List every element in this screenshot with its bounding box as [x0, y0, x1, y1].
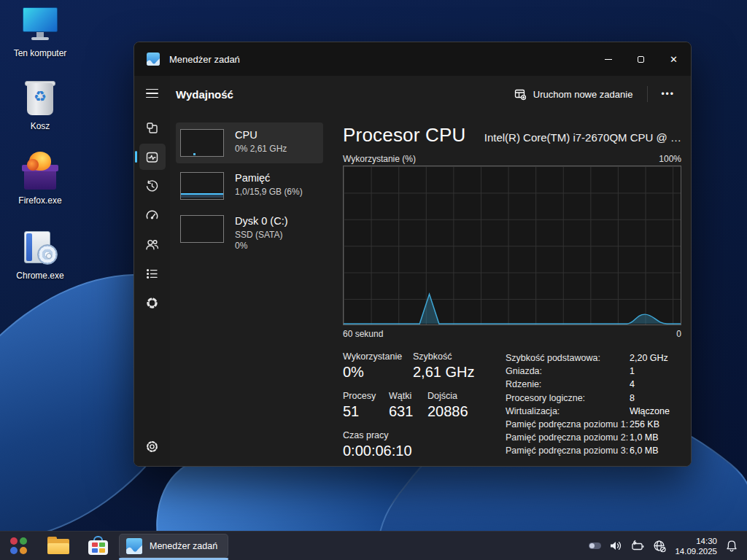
- start-button[interactable]: [9, 537, 28, 556]
- close-button[interactable]: ✕: [657, 43, 690, 75]
- users-icon: [145, 238, 159, 252]
- stat-uptime: Czas pracy 0:00:06:10: [343, 430, 412, 459]
- details-icon: [145, 267, 159, 281]
- taskbar-clock[interactable]: 14:30 14.09.2025: [675, 536, 717, 556]
- desktop-icon-firefox[interactable]: Firefox.exe: [5, 153, 75, 206]
- sidebar-item-performance[interactable]: [139, 144, 166, 170]
- metric-name: CPU: [235, 129, 287, 141]
- nav-toggle-button[interactable]: [139, 82, 166, 104]
- processes-icon: [145, 121, 159, 135]
- page-header: Wydajność Uruchom nowe zadanie •••: [170, 76, 691, 112]
- sidebar-item-app-history[interactable]: [139, 173, 166, 199]
- stat-handles: Dojścia 20886: [427, 391, 468, 420]
- disk-mini-chart: [180, 215, 224, 243]
- sidebar-item-details[interactable]: [139, 260, 166, 287]
- minimize-button[interactable]: [592, 43, 624, 75]
- desktop-icon-label: Chrome.exe: [5, 271, 75, 281]
- chart-y-max: 100%: [659, 154, 681, 164]
- metric-detail: 1,0/15,9 GB (6%): [235, 187, 303, 198]
- metric-item-cpu[interactable]: CPU 0% 2,61 GHz: [176, 122, 323, 163]
- task-manager-icon: [126, 538, 142, 554]
- spec-row: Rdzenie:4: [506, 378, 670, 391]
- stat-speed: Szybkość 2,61 GHz: [413, 351, 474, 381]
- taskbar-button-label: Menedżer zadań: [150, 541, 217, 551]
- window-title: Menedżer zadań: [169, 54, 240, 65]
- app-history-icon: [145, 179, 159, 193]
- settings-gear-icon: [145, 440, 159, 454]
- more-options-button[interactable]: •••: [655, 85, 681, 104]
- services-icon: [145, 296, 159, 310]
- spec-row: Wirtualizacja:Włączone: [506, 405, 670, 418]
- cpu-specs: Szybkość podstawowa:2,20 GHz Gniazda:1 R…: [506, 351, 670, 459]
- recycle-bin-icon: ♻: [5, 79, 75, 117]
- metric-item-disk0[interactable]: Dysk 0 (C:) SSD (SATA) 0%: [176, 209, 323, 258]
- cpu-subtitle: Intel(R) Core(TM) i7-2670QM CPU @ …: [484, 131, 681, 144]
- task-manager-app-icon: [147, 52, 160, 66]
- battery-icon[interactable]: [631, 540, 645, 552]
- taskbar-task-manager-button[interactable]: Menedżer zadań: [119, 534, 228, 558]
- minimize-icon: [605, 59, 612, 60]
- stat-utilization: Wykorzystanie 0%: [343, 351, 413, 381]
- metric-detail: SSD (SATA): [235, 230, 288, 241]
- performance-icon: [145, 150, 159, 164]
- this-pc-icon: [5, 6, 75, 44]
- network-offline-icon[interactable]: [653, 540, 667, 553]
- chart-x-right: 0: [676, 329, 681, 339]
- spec-row: Procesory logiczne:8: [506, 392, 670, 405]
- nav-rail: [134, 76, 170, 466]
- clock-date: 14.09.2025: [675, 546, 717, 556]
- sidebar-item-processes[interactable]: [139, 114, 166, 141]
- settings-button[interactable]: [139, 433, 166, 459]
- spec-row: Pamięć podręczna poziomu 1:256 KB: [506, 418, 670, 431]
- metric-name: Pamięć: [235, 172, 303, 184]
- notification-bell-icon[interactable]: [725, 540, 738, 553]
- desktop-icon-label: Firefox.exe: [5, 195, 75, 206]
- sidebar-item-services[interactable]: [139, 289, 166, 316]
- desktop-icon-label: Kosz: [5, 121, 75, 131]
- page-title: Wydajność: [176, 88, 233, 101]
- metric-item-memory[interactable]: Pamięć 1,0/15,9 GB (6%): [176, 166, 323, 206]
- cpu-usage-series: [344, 166, 681, 324]
- startup-apps-icon: [145, 209, 159, 222]
- run-new-task-button[interactable]: Uruchom nowe zadanie: [507, 83, 640, 106]
- run-new-task-label: Uruchom nowe zadanie: [533, 89, 633, 100]
- metric-name: Dysk 0 (C:): [235, 215, 288, 227]
- stat-threads: Wątki 631: [389, 391, 427, 420]
- chart-y-label: Wykorzystanie (%): [343, 154, 416, 164]
- selection-accent: [135, 151, 137, 163]
- spec-row: Pamięć podręczna poziomu 2:1,0 MB: [506, 431, 670, 444]
- close-icon: ✕: [670, 55, 678, 64]
- start-dots-icon: [10, 537, 18, 545]
- firefox-installer-icon: [5, 153, 75, 191]
- microsoft-store-button[interactable]: [88, 536, 108, 556]
- hidden-icons-indicator[interactable]: [589, 542, 601, 549]
- cpu-usage-chart[interactable]: [343, 166, 681, 325]
- file-explorer-button[interactable]: [47, 537, 69, 555]
- cpu-stats: Wykorzystanie 0% Szybkość 2,61 GHz: [343, 351, 486, 459]
- clock-time: 14:30: [675, 536, 717, 546]
- desktop-icon-chrome[interactable]: Chrome.exe: [5, 228, 75, 281]
- sidebar-item-users[interactable]: [139, 231, 166, 257]
- system-tray: 14:30 14.09.2025: [589, 532, 747, 560]
- metric-detail-2: 0%: [235, 241, 288, 252]
- volume-icon[interactable]: [609, 540, 623, 552]
- sidebar-item-startup-apps[interactable]: [139, 202, 166, 228]
- new-task-icon: [514, 88, 527, 101]
- titlebar[interactable]: Menedżer zadań ✕: [134, 42, 691, 76]
- chrome-installer-icon: [5, 228, 75, 266]
- maximize-icon: [638, 56, 644, 63]
- stat-processes: Procesy 51: [343, 391, 389, 420]
- desktop: Ten komputer ♻ Kosz Firefox.exe Chrome.e…: [0, 0, 747, 560]
- maximize-button[interactable]: [624, 43, 657, 75]
- memory-mini-chart: [180, 172, 224, 200]
- header-divider: [647, 86, 648, 102]
- desktop-icon-recycle-bin[interactable]: ♻ Kosz: [5, 79, 75, 131]
- metric-detail: 0% 2,61 GHz: [235, 144, 287, 155]
- desktop-icon-this-pc[interactable]: Ten komputer: [5, 6, 75, 58]
- cpu-pane: Procesor CPU Intel(R) Core(TM) i7-2670QM…: [343, 122, 681, 466]
- taskbar: Menedżer zadań 14:30 14.09.2025: [0, 531, 747, 560]
- spec-row: Pamięć podręczna poziomu 3:6,0 MB: [506, 444, 670, 457]
- metrics-list: CPU 0% 2,61 GHz Pamięć 1,0/15,9 GB (6%): [176, 122, 323, 466]
- spec-row: Gniazda:1: [506, 365, 670, 378]
- cpu-mini-chart: [180, 129, 224, 157]
